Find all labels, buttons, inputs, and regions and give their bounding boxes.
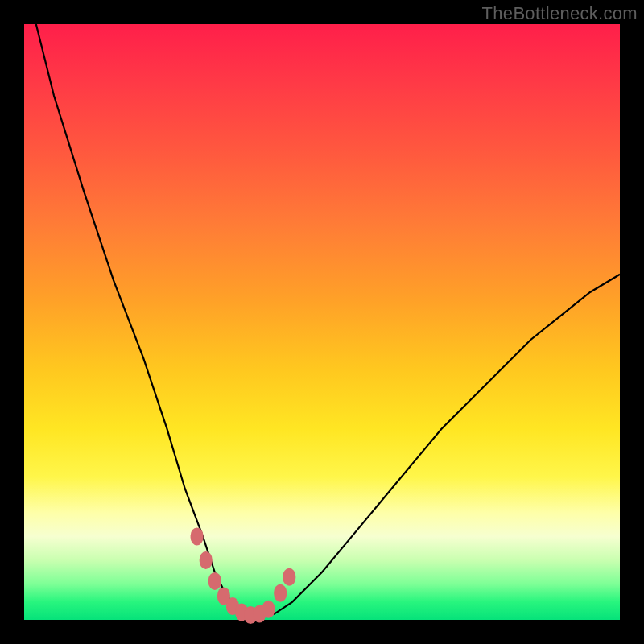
highlight-dot [208,572,221,590]
watermark-text: TheBottleneck.com [482,3,638,24]
chart-frame: TheBottleneck.com [0,0,644,644]
chart-svg [24,24,620,620]
bottleneck-curve [36,24,620,617]
highlight-dot [200,551,213,569]
highlight-dot [283,568,295,586]
highlight-dot [262,601,275,618]
highlight-dot [191,527,204,545]
curve-line [36,24,620,617]
plot-area [24,24,620,620]
highlight-dot [274,584,287,602]
